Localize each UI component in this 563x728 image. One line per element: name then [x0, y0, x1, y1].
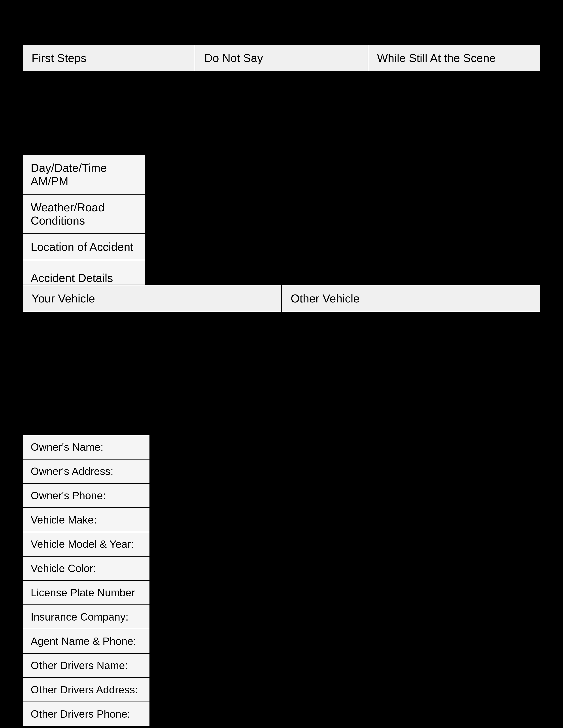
field-other-drivers-address[interactable]: Other Drivers Address:	[23, 678, 149, 702]
tab-while-at-scene[interactable]: While Still At the Scene	[368, 45, 540, 71]
field-license-plate[interactable]: License Plate Number	[23, 581, 149, 605]
form-fields-table: Owner's Name: Owner's Address: Owner's P…	[22, 435, 150, 726]
tab-do-not-say-label: Do Not Say	[204, 52, 263, 64]
field-owners-address[interactable]: Owner's Address:	[23, 460, 149, 484]
tab-while-at-scene-label: While Still At the Scene	[377, 52, 496, 64]
field-other-drivers-phone[interactable]: Other Drivers Phone:	[23, 702, 149, 726]
info-accident-details-label: Accident Details	[31, 272, 113, 284]
field-owners-name-label: Owner's Name:	[31, 441, 103, 453]
field-owners-address-label: Owner's Address:	[31, 465, 113, 477]
field-vehicle-model-year[interactable]: Vehicle Model & Year:	[23, 532, 149, 557]
tab-first-steps-label: First Steps	[32, 52, 86, 64]
info-location-label: Location of Accident	[31, 240, 133, 253]
field-other-drivers-phone-label: Other Drivers Phone:	[31, 708, 130, 720]
vehicle-headers-row: Your Vehicle Other Vehicle	[22, 285, 541, 312]
field-agent-name-phone-label: Agent Name & Phone:	[31, 635, 136, 647]
field-vehicle-model-year-label: Vehicle Model & Year:	[31, 538, 134, 550]
field-vehicle-make[interactable]: Vehicle Make:	[23, 508, 149, 532]
page-container: First Steps Do Not Say While Still At th…	[0, 0, 563, 728]
your-vehicle-header[interactable]: Your Vehicle	[23, 285, 282, 312]
field-vehicle-color-label: Vehicle Color:	[31, 563, 96, 574]
field-other-drivers-name[interactable]: Other Drivers Name:	[23, 654, 149, 678]
field-insurance-company-label: Insurance Company:	[31, 611, 128, 623]
field-license-plate-label: License Plate Number	[31, 587, 135, 599]
field-insurance-company[interactable]: Insurance Company:	[23, 605, 149, 629]
field-vehicle-color[interactable]: Vehicle Color:	[23, 557, 149, 581]
other-vehicle-label: Other Vehicle	[291, 292, 360, 305]
tab-do-not-say[interactable]: Do Not Say	[195, 45, 368, 71]
field-owners-phone-label: Owner's Phone:	[31, 490, 106, 501]
info-weather-road-label: Weather/Road Conditions	[31, 201, 104, 227]
info-weather-road[interactable]: Weather/Road Conditions	[23, 195, 145, 234]
info-day-date-time-label: Day/Date/Time AM/PM	[31, 161, 107, 188]
info-location[interactable]: Location of Accident	[23, 234, 145, 260]
field-owners-phone[interactable]: Owner's Phone:	[23, 484, 149, 508]
tab-first-steps[interactable]: First Steps	[23, 45, 195, 71]
accident-info-table: Day/Date/Time AM/PM Weather/Road Conditi…	[22, 154, 146, 296]
tabs-row: First Steps Do Not Say While Still At th…	[22, 44, 541, 72]
other-vehicle-header[interactable]: Other Vehicle	[282, 285, 540, 312]
field-other-drivers-name-label: Other Drivers Name:	[31, 660, 128, 671]
your-vehicle-label: Your Vehicle	[32, 292, 95, 305]
info-day-date-time[interactable]: Day/Date/Time AM/PM	[23, 155, 145, 195]
field-vehicle-make-label: Vehicle Make:	[31, 514, 97, 526]
field-other-drivers-address-label: Other Drivers Address:	[31, 684, 138, 696]
field-agent-name-phone[interactable]: Agent Name & Phone:	[23, 629, 149, 654]
field-owners-name[interactable]: Owner's Name:	[23, 435, 149, 460]
